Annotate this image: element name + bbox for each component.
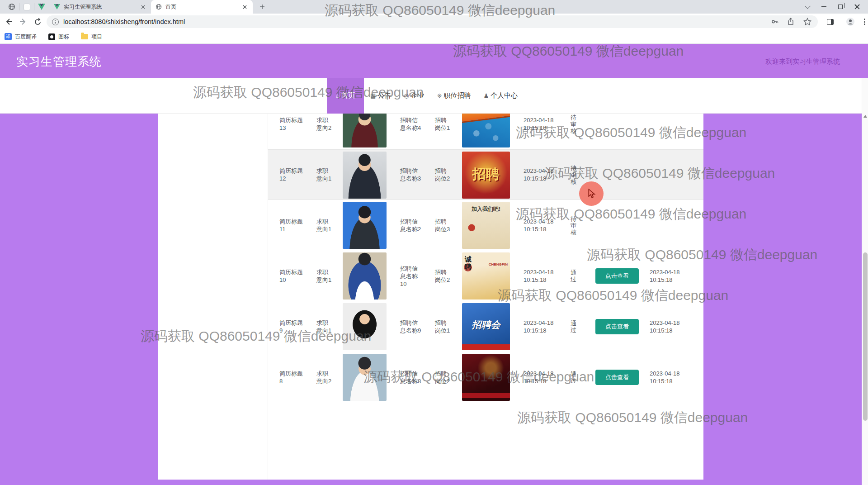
recruit-poster-image: [462, 114, 510, 147]
status-text: 通过: [571, 269, 578, 283]
table-row[interactable]: 简历标题11 求职意向1 招聘信息名称2 招聘岗位3 加入我们吧! 2023-0…: [268, 200, 703, 251]
address-bar[interactable]: localhost:8080/shixisheng/front/index.ht…: [47, 15, 818, 28]
recruit-info-name: 招聘信息名称3: [400, 167, 423, 182]
bookmark-project[interactable]: 项目: [81, 33, 102, 41]
job-intention: 求职意向1: [316, 268, 333, 284]
side-panel-icon[interactable]: [824, 15, 837, 28]
view-button[interactable]: 点击查看: [595, 268, 639, 284]
bookmark-star-icon[interactable]: [802, 17, 812, 27]
nav-item-4[interactable]: ♟个人中心: [477, 78, 524, 114]
nav-label: 个人中心: [491, 91, 518, 100]
browser-tab-2[interactable]: 首页: [151, 0, 253, 14]
new-tab-button[interactable]: [256, 1, 268, 13]
table-row[interactable]: 简历标题12 求职意向1 招聘信息名称3 招聘岗位2 招聘 2023-04-18…: [268, 149, 703, 200]
reload-icon[interactable]: [32, 15, 44, 28]
poster-text: 诚聘: [465, 255, 472, 271]
recruit-post: 招聘岗位2: [435, 167, 451, 182]
recruit-info-name: 招聘信息名称2: [400, 218, 423, 233]
nav-label: 职位招聘: [444, 91, 471, 100]
apply-date: 2023-04-18 10:15:18: [524, 319, 561, 334]
folder-icon: [81, 34, 88, 39]
table-row[interactable]: 简历标题9 求职意向1 招聘信息名称9 招聘岗位1 招聘会 2023-04-18…: [268, 301, 703, 352]
globe-icon[interactable]: [8, 3, 16, 11]
close-tab-icon[interactable]: [139, 3, 146, 10]
table-row[interactable]: 简历标题10 求职意向1 招聘信息名称10 招聘岗位2 诚聘 CHENGPIN …: [268, 251, 703, 301]
announcement-icon: ▤: [370, 92, 376, 99]
resume-photo: [343, 252, 387, 300]
resume-photo: [343, 303, 387, 350]
apply-date: 2023-04-18 10:15:18: [524, 167, 561, 182]
review-date: 2023-04-18 10:15:18: [650, 319, 688, 334]
nav-band: ⌂首页▤公告◎企业※职位招聘♟个人中心: [0, 78, 868, 114]
table-row[interactable]: 简历标题13 求职意向2 招聘信息名称4 招聘岗位1 2023-04-18 10…: [268, 114, 703, 149]
job-intention: 求职意向2: [316, 116, 333, 132]
menu-kebab-icon[interactable]: [861, 19, 868, 25]
bookmark-baidu-translate[interactable]: 译 百度翻译: [5, 33, 37, 41]
view-button[interactable]: 点击查看: [595, 319, 639, 334]
status-text: 待审核: [571, 165, 578, 185]
table-rows: 简历标题13 求职意向2 招聘信息名称4 招聘岗位1 2023-04-18 10…: [268, 114, 703, 426]
recruit-post: 招聘岗位2: [435, 370, 451, 385]
forward-icon[interactable]: [17, 15, 29, 28]
tab-title: 实习生管理系统: [64, 3, 136, 11]
restore-icon[interactable]: [838, 5, 843, 9]
minimize-icon[interactable]: [821, 6, 826, 7]
browser-toolbar: localhost:8080/shixisheng/front/index.ht…: [0, 14, 868, 30]
status-text: 通过: [571, 371, 578, 384]
url-text[interactable]: localhost:8080/shixisheng/front/index.ht…: [63, 18, 764, 25]
vue-icon: [54, 4, 60, 10]
nav-item-3[interactable]: ※职位招聘: [431, 78, 477, 114]
recruit-post: 招聘岗位3: [435, 218, 451, 233]
profile-avatar-icon[interactable]: [844, 15, 857, 28]
resume-title: 简历标题11: [279, 218, 303, 233]
vue-icon[interactable]: [38, 3, 46, 11]
recruit-post: 招聘岗位2: [435, 268, 451, 284]
back-icon[interactable]: [3, 15, 14, 28]
recruit-poster-image: [462, 354, 510, 401]
image-icon: [48, 33, 55, 40]
mouse-cursor: [579, 181, 604, 206]
apply-date: 2023-04-18 10:15:18: [524, 370, 561, 385]
nav-label: 企业: [411, 91, 425, 100]
scrollbar[interactable]: [862, 78, 868, 485]
enterprise-icon: ◎: [404, 92, 409, 99]
toolbar-right: [821, 15, 868, 28]
window-controls: [806, 0, 868, 14]
recruit-poster-image: 招聘会: [462, 303, 510, 350]
apply-date: 2023-04-18 10:15:18: [524, 268, 561, 284]
password-key-icon[interactable]: [770, 17, 780, 27]
person-icon: ♟: [484, 92, 489, 99]
scrollbar-up-icon[interactable]: [863, 115, 867, 118]
recruit-info-name: 招聘信息名称10: [400, 265, 423, 288]
scrollbar-thumb[interactable]: [863, 252, 868, 421]
tab-separator: [34, 3, 34, 10]
table-row[interactable]: 简历标题8 求职意向2 招聘信息名称8 招聘岗位2 2023-04-18 10:…: [268, 352, 703, 403]
resume-title: 简历标题10: [279, 268, 303, 284]
recruit-post: 招聘岗位1: [435, 319, 451, 334]
tab-search-icon[interactable]: [805, 3, 811, 9]
blank-favicon[interactable]: [23, 3, 31, 11]
bookmarks-bar: 译 百度翻译 图标 项目: [0, 30, 868, 44]
resume-photo: [343, 114, 387, 147]
nav-item-2[interactable]: ◎企业: [397, 78, 430, 114]
nav-item-1[interactable]: ▤公告: [364, 78, 397, 114]
resume-photo: [343, 202, 387, 249]
share-icon[interactable]: [786, 17, 796, 27]
browser-tab-1[interactable]: 实习生管理系统: [49, 0, 151, 14]
site-info-icon[interactable]: [52, 19, 59, 25]
bookmark-icons[interactable]: 图标: [48, 33, 69, 41]
site-title: 实习生管理系统: [16, 54, 102, 70]
status-text: 通过: [571, 320, 578, 333]
nav-item-0[interactable]: ⌂首页: [327, 78, 364, 114]
recruit-poster-image: 招聘: [462, 152, 510, 199]
close-tab-icon[interactable]: [241, 3, 248, 10]
site-header: 实习生管理系统 欢迎来到实习生管理系统: [0, 44, 868, 78]
translate-icon: 译: [5, 33, 12, 40]
view-button[interactable]: 点击查看: [595, 370, 639, 385]
resume-title: 简历标题9: [279, 319, 303, 334]
poster-text: 招聘: [462, 165, 510, 184]
nav-label: 公告: [377, 91, 391, 100]
recruit-info-name: 招聘信息名称9: [400, 319, 423, 334]
close-window-icon[interactable]: [854, 4, 860, 10]
job-intention: 求职意向1: [316, 218, 333, 233]
